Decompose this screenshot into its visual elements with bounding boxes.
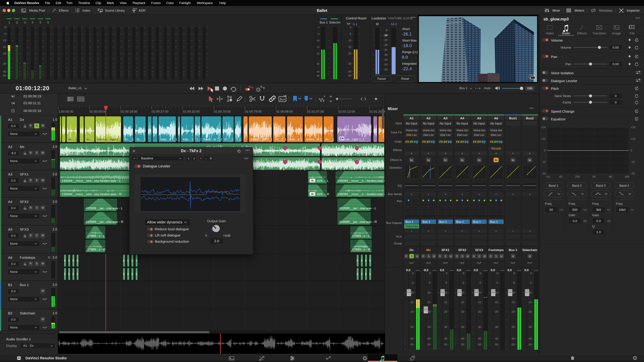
svg-text:-40: -40	[460, 337, 464, 340]
svg-text:-5: -5	[530, 281, 532, 284]
svg-text:Bus 1: Bus 1	[509, 248, 518, 252]
svg-text:DY: DY	[427, 140, 431, 143]
svg-text:-20: -20	[494, 310, 498, 313]
svg-text:-5: -5	[411, 281, 414, 284]
svg-text:Q: Q	[592, 225, 595, 228]
svg-text:R: R	[490, 255, 492, 258]
svg-text:500: 500	[572, 208, 578, 212]
svg-text:-50: -50	[494, 343, 498, 346]
svg-text:R: R	[473, 255, 475, 258]
svg-text:Voice Iso: Voice Iso	[456, 129, 468, 132]
svg-text:Sidechain: Sidechain	[406, 225, 419, 228]
svg-text:+24: +24	[541, 126, 546, 129]
svg-text:-5: -5	[496, 281, 498, 284]
svg-text:DY: DY	[494, 140, 498, 143]
svg-text:Footsteps: Footsteps	[488, 248, 504, 252]
svg-text:1.0: 1.0	[596, 230, 601, 234]
svg-text:-5: -5	[462, 281, 464, 284]
svg-text:Reverb: Reverb	[492, 147, 501, 150]
svg-text:-30: -30	[477, 326, 481, 329]
svg-text:R: R	[422, 255, 424, 258]
svg-text:+: +	[495, 193, 497, 196]
svg-text:Bus 1: Bus 1	[406, 220, 413, 224]
svg-text:SFX2: SFX2	[458, 248, 466, 252]
svg-text:+: +	[495, 152, 497, 155]
svg-text:DY: DY	[460, 140, 464, 143]
svg-text:EQ: EQ	[398, 184, 402, 187]
svg-text:0: 0	[429, 272, 430, 275]
svg-text:Bus Sends: Bus Sends	[388, 193, 402, 196]
svg-text:+: +	[444, 193, 446, 196]
svg-text:Pan: Pan	[397, 200, 402, 203]
svg-text:In: In	[410, 159, 413, 162]
svg-text:M: M	[433, 255, 435, 258]
svg-text:0: 0	[544, 149, 546, 152]
svg-text:0: 0	[630, 149, 632, 152]
svg-text:Voice Iso: Voice Iso	[440, 129, 451, 132]
svg-text:-50: -50	[528, 343, 532, 346]
svg-text:-12: -12	[542, 160, 546, 164]
svg-text:+: +	[428, 229, 429, 233]
svg-text:Group: Group	[394, 242, 402, 245]
svg-text:-20: -20	[444, 310, 447, 313]
svg-text:Hz: Hz	[630, 208, 634, 212]
svg-text:250: 250	[575, 175, 580, 178]
svg-text:M: M	[416, 255, 418, 258]
svg-text:Voice Iso: Voice Iso	[490, 129, 502, 132]
svg-text:Dynamics: Dynamics	[389, 166, 402, 169]
svg-text:In: In	[427, 159, 430, 162]
svg-text:-12: -12	[630, 160, 635, 164]
svg-text:Track FX: Track FX	[390, 131, 402, 134]
svg-text:-20: -20	[410, 310, 414, 313]
svg-text:M: M	[512, 255, 514, 258]
svg-text:Freq: Freq	[568, 202, 575, 205]
svg-text:+: +	[529, 152, 531, 155]
svg-text:No Input: No Input	[440, 122, 451, 125]
svg-text:Audio: Audio	[562, 31, 570, 35]
svg-text:-10: -10	[427, 291, 430, 294]
svg-text:A1: A1	[410, 116, 414, 120]
svg-text:-20: -20	[511, 310, 515, 313]
svg-text:-50: -50	[477, 343, 481, 346]
svg-text:+: +	[512, 229, 514, 233]
svg-text:-40: -40	[528, 337, 532, 340]
svg-text:SFX3: SFX3	[475, 248, 483, 252]
svg-text:Band 2: Band 2	[572, 184, 582, 187]
svg-text:0: 0	[530, 272, 532, 275]
svg-text:0.0: 0.0	[573, 219, 577, 223]
svg-text:+: +	[461, 229, 463, 233]
svg-text:No Input: No Input	[423, 122, 434, 125]
svg-text:-30: -30	[494, 326, 498, 329]
svg-text:Bus Outputs: Bus Outputs	[386, 221, 402, 225]
svg-text:-15: -15	[477, 301, 481, 304]
svg-text:Equalizer: Equalizer	[551, 117, 566, 121]
svg-text:Bus 1: Bus 1	[490, 220, 498, 224]
svg-text:A3: A3	[444, 116, 448, 120]
svg-text:Bus 1: Bus 1	[422, 220, 430, 224]
svg-text:+: +	[410, 193, 412, 196]
svg-text:Speed Change: Speed Change	[551, 109, 574, 113]
svg-text:Dial Lev: Dial Lev	[423, 133, 434, 137]
svg-text:-15: -15	[511, 301, 515, 304]
svg-text:Image: Image	[612, 31, 621, 35]
svg-text:-20: -20	[460, 310, 464, 313]
svg-text:-40: -40	[444, 337, 447, 340]
svg-text:Video: Video	[546, 31, 554, 35]
svg-text:-24: -24	[630, 172, 635, 175]
svg-text:R: R	[456, 255, 458, 258]
svg-text:0: 0	[412, 272, 414, 275]
svg-text:0: 0	[446, 272, 447, 275]
svg-text:dB: dB	[583, 220, 587, 223]
svg-text:4K: 4K	[609, 175, 612, 178]
svg-text:M: M	[528, 255, 531, 258]
svg-text:FX: FX	[406, 140, 409, 143]
svg-text:Volume: Volume	[560, 46, 571, 49]
svg-text:Cents: Cents	[563, 100, 571, 104]
svg-text:-24: -24	[542, 172, 546, 175]
svg-text:+: +	[512, 152, 514, 155]
svg-text:+: +	[529, 229, 531, 233]
svg-text:+: +	[478, 193, 480, 196]
svg-text:-50: -50	[511, 343, 515, 346]
svg-text:0.0: 0.0	[524, 269, 528, 272]
svg-text:Gain: Gain	[592, 213, 599, 217]
